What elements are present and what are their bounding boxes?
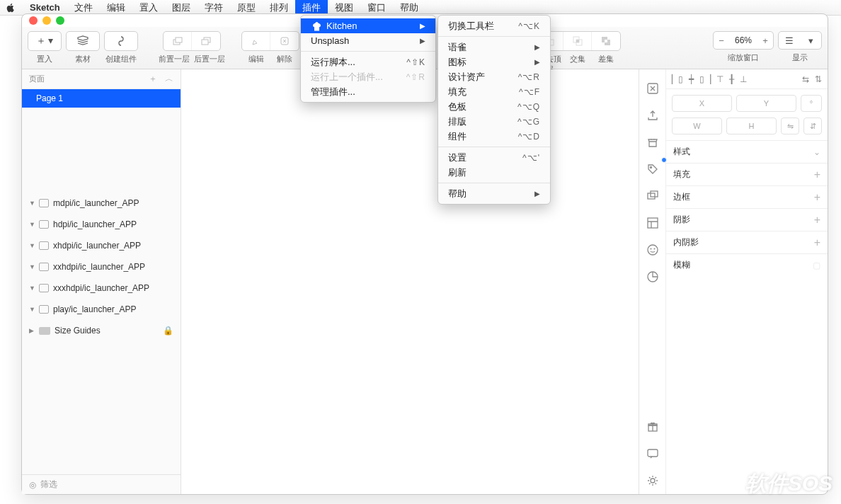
zoom-value[interactable]: 66% — [729, 35, 757, 45]
svg-rect-11 — [605, 40, 607, 42]
chef-icon — [311, 21, 322, 32]
insert-button[interactable]: ＋ ▾ — [28, 32, 61, 50]
strip-message-icon[interactable] — [639, 440, 666, 467]
layer-item[interactable]: ▼xxhdpi/ic_launcher_APP — [22, 256, 181, 277]
pages-header: 页面 — [29, 74, 45, 84]
edit-label: 编辑 — [242, 54, 270, 64]
design-assets[interactable]: 设计资产^⌥R — [438, 69, 550, 84]
page-item[interactable]: Page 1 — [22, 89, 181, 108]
align-top-icon[interactable]: ⊤ — [716, 74, 723, 84]
unlink-label: 解除 — [270, 54, 299, 64]
strip-home-icon[interactable] — [639, 75, 666, 102]
bring-forward-button[interactable] — [164, 32, 192, 50]
apple-icon[interactable] — [6, 3, 16, 13]
x-field[interactable]: X — [672, 95, 732, 112]
layer-item[interactable]: ▼xxxhdpi/ic_launcher_APP — [22, 277, 181, 299]
border-section[interactable]: 边框+ — [666, 185, 828, 208]
view-dropdown-button[interactable]: ▾ — [800, 35, 821, 46]
layout[interactable]: 排版^⌥G — [438, 114, 550, 129]
settings[interactable]: 设置^⌥' — [438, 150, 550, 165]
view-toggle-button[interactable]: ☰ — [779, 35, 800, 46]
minimize-button[interactable] — [42, 16, 51, 25]
collapse-pages-icon[interactable]: ︿ — [165, 74, 173, 84]
strip-chart-icon[interactable] — [639, 263, 666, 290]
align-right-icon[interactable]: ▯▕ — [699, 74, 711, 84]
style-section[interactable]: 样式⌄ — [666, 140, 828, 163]
strip-tag-icon[interactable] — [639, 156, 666, 183]
zoom-control[interactable]: − 66% + — [713, 31, 774, 50]
shadow-section[interactable]: 阴影+ — [666, 208, 828, 231]
layer-item[interactable]: ▼play/ic_launcher_APP — [22, 299, 181, 320]
close-button[interactable] — [29, 16, 38, 25]
send-backward-button[interactable] — [192, 32, 220, 50]
filter-row[interactable]: ◎ 筛选 — [22, 474, 181, 494]
edit-button[interactable] — [242, 32, 270, 50]
folder-item[interactable]: ▶Size Guides🔒 — [22, 320, 181, 341]
layer-item[interactable]: ▼mdpi/ic_launcher_APP — [22, 193, 181, 214]
distribute-v-icon[interactable]: ⇅ — [815, 74, 822, 84]
strip-upload-icon[interactable] — [639, 102, 666, 129]
icons[interactable]: 图标▶ — [438, 55, 550, 69]
strip-component-icon[interactable] — [639, 183, 666, 210]
flip-v-icon[interactable]: ⇵ — [803, 118, 822, 134]
help[interactable]: 帮助▶ — [438, 186, 550, 201]
h-field[interactable]: H — [726, 118, 777, 134]
kitchen-submenu: 切换工具栏^⌥K 语雀▶ 图标▶ 设计资产^⌥R 填充^⌥F 色板^⌥Q 排版^… — [437, 15, 551, 205]
align-left-icon[interactable]: ▏▯ — [672, 74, 683, 84]
inner-shadow-section[interactable]: 内阴影+ — [666, 231, 828, 253]
fill[interactable]: 填充^⌥F — [438, 84, 550, 99]
run-prev-script: 运行上一个插件...^⇧R — [301, 69, 435, 84]
filter-icon: ◎ — [29, 480, 36, 490]
run-script[interactable]: 运行脚本...^⇧K — [301, 55, 435, 69]
canvas[interactable] — [181, 69, 639, 494]
zoom-in-button[interactable]: + — [757, 35, 773, 46]
y-field[interactable]: Y — [736, 95, 796, 112]
align-center-icon[interactable]: ┿ — [689, 74, 694, 84]
blur-section[interactable]: 模糊▢ — [666, 253, 828, 276]
strip-gift-icon[interactable] — [639, 413, 666, 440]
flip-h-icon[interactable]: ⇋ — [781, 118, 799, 134]
palette[interactable]: 色板^⌥Q — [438, 99, 550, 114]
toggle-toolbar[interactable]: 切换工具栏^⌥K — [438, 18, 550, 33]
align-bot-icon[interactable]: ⊥ — [740, 74, 747, 84]
components[interactable]: 组件^⌥D — [438, 129, 550, 144]
svg-point-18 — [651, 248, 651, 249]
svg-rect-14 — [648, 193, 655, 199]
strip-smiley-icon[interactable] — [639, 236, 666, 263]
manage-plugins[interactable]: 管理插件... — [301, 84, 435, 99]
yuque[interactable]: 语雀▶ — [438, 40, 550, 55]
create-symbol-button[interactable] — [105, 32, 137, 50]
add-page-icon[interactable]: ＋ — [149, 74, 157, 84]
app-name[interactable]: Sketch — [23, 1, 67, 14]
assets-label: 素材 — [67, 54, 99, 64]
maximize-button[interactable] — [56, 16, 64, 25]
plugin-kitchen[interactable]: Kitchen ▶ — [301, 18, 435, 33]
svg-rect-16 — [648, 218, 658, 228]
right-panel: ▏▯ ┿ ▯▕ ⊤ ╂ ⊥ ⇆ ⇅ X Y ° W H — [639, 69, 828, 494]
svg-rect-3 — [202, 40, 208, 45]
distribute-h-icon[interactable]: ⇆ — [802, 74, 809, 84]
w-field[interactable]: W — [672, 118, 722, 134]
svg-rect-24 — [314, 30, 319, 31]
filter-label: 筛选 — [40, 479, 57, 491]
difference-button[interactable] — [592, 32, 620, 50]
layer-item[interactable]: ▼xhdpi/ic_launcher_APP — [22, 235, 181, 256]
svg-point-17 — [648, 245, 658, 255]
forward-label: 前置一层 — [156, 54, 192, 64]
lock-icon[interactable]: 🔒 — [163, 326, 173, 336]
assets-button[interactable] — [67, 32, 99, 50]
watermark: 软件SOS — [721, 469, 833, 498]
strip-store-icon[interactable] — [639, 129, 666, 156]
plugin-unsplash[interactable]: Unsplash▶ — [301, 33, 435, 48]
angle-field[interactable]: ° — [801, 95, 822, 112]
refresh[interactable]: 刷新 — [438, 165, 550, 180]
unlink-button[interactable] — [270, 32, 299, 50]
align-mid-icon[interactable]: ╂ — [729, 74, 734, 84]
layer-item[interactable]: ▼hdpi/ic_launcher_APP — [22, 214, 181, 235]
strip-layout-icon[interactable] — [639, 210, 666, 236]
zoom-out-button[interactable]: − — [714, 35, 729, 46]
intersect-button[interactable] — [563, 32, 592, 50]
strip-settings-icon[interactable] — [639, 467, 666, 494]
svg-point-23 — [651, 479, 655, 483]
fill-section[interactable]: 填充+ — [666, 163, 828, 185]
